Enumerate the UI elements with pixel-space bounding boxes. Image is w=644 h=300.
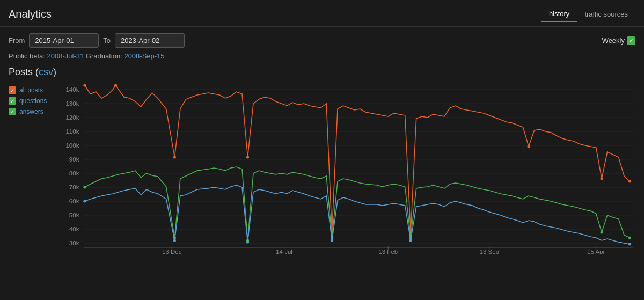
svg-text:80k: 80k	[69, 170, 79, 177]
svg-point-39	[601, 231, 603, 234]
chart-legend: ✓ all posts ✓ questions ✓ answers	[9, 82, 62, 255]
graduation-date-link[interactable]: 2008-Sep-15	[124, 52, 164, 60]
svg-point-33	[628, 180, 631, 183]
svg-point-31	[527, 145, 530, 148]
controls-row: From To Weekly ✓	[0, 27, 644, 52]
questions-dots	[83, 186, 631, 242]
chart-svg: 140k 130k 120k 110k 100k 90k 80k 70k 60k…	[62, 82, 635, 254]
beta-date-link[interactable]: 2008-Jul-31	[47, 52, 84, 60]
legend-item-answers[interactable]: ✓ answers	[9, 108, 62, 115]
posts-title: Posts	[9, 67, 33, 77]
svg-text:110k: 110k	[65, 128, 79, 135]
svg-point-34	[83, 186, 86, 189]
svg-text:30k: 30k	[69, 240, 79, 246]
legend-label-answers: answers	[19, 108, 43, 115]
svg-point-44	[331, 239, 333, 242]
legend-check-answers: ✓	[9, 108, 16, 115]
tabs-container: history traffic sources	[541, 6, 635, 22]
svg-point-43	[246, 241, 249, 244]
legend-label-all-posts: all posts	[19, 86, 43, 94]
svg-point-28	[246, 156, 249, 159]
posts-header: Posts (csv)	[0, 64, 644, 82]
svg-point-40	[628, 237, 631, 239]
svg-text:90k: 90k	[69, 156, 79, 163]
all-posts-line	[85, 85, 630, 232]
svg-point-41	[83, 200, 86, 203]
svg-point-42	[173, 239, 176, 242]
to-date-input[interactable]	[115, 33, 185, 48]
csv-link[interactable]: csv	[39, 67, 53, 77]
top-bar: Analytics history traffic sources	[0, 0, 644, 27]
weekly-checkmark: ✓	[627, 36, 635, 45]
beta-row: Public beta: 2008-Jul-31 Graduation: 200…	[0, 52, 644, 64]
from-label: From	[9, 36, 25, 45]
svg-text:50k: 50k	[69, 212, 79, 218]
answers-line	[85, 185, 630, 244]
tab-history[interactable]: history	[541, 6, 577, 22]
weekly-toggle[interactable]: Weekly ✓	[602, 36, 635, 45]
legend-item-questions[interactable]: ✓ questions	[9, 97, 62, 105]
chart-area: ✓ all posts ✓ questions ✓ answers 140k 1…	[0, 82, 644, 255]
to-label: To	[103, 36, 111, 45]
from-date-input[interactable]	[29, 33, 99, 48]
svg-text:130k: 130k	[65, 100, 79, 107]
weekly-label-text: Weekly	[602, 36, 625, 45]
svg-text:140k: 140k	[65, 86, 79, 93]
svg-text:60k: 60k	[69, 198, 79, 204]
svg-text:100k: 100k	[65, 142, 79, 149]
legend-check-all-posts: ✓	[9, 86, 16, 94]
svg-point-46	[628, 243, 631, 246]
svg-point-27	[173, 156, 176, 159]
svg-point-32	[601, 178, 603, 180]
svg-point-45	[409, 239, 412, 242]
beta-label: Public beta:	[9, 52, 45, 60]
legend-check-questions: ✓	[9, 97, 16, 105]
legend-item-all-posts[interactable]: ✓ all posts	[9, 86, 62, 94]
svg-text:70k: 70k	[69, 184, 79, 191]
svg-text:40k: 40k	[69, 226, 79, 232]
legend-label-questions: questions	[19, 97, 47, 105]
answers-dots	[83, 200, 631, 246]
svg-point-26	[114, 84, 117, 87]
chart-container: 140k 130k 120k 110k 100k 90k 80k 70k 60k…	[62, 82, 635, 255]
svg-text:120k: 120k	[65, 114, 79, 121]
all-posts-dots	[83, 84, 631, 234]
questions-line	[85, 167, 630, 240]
tab-traffic-sources[interactable]: traffic sources	[577, 7, 635, 21]
graduation-label: Graduation:	[86, 52, 122, 60]
app-title: Analytics	[9, 8, 52, 20]
svg-point-25	[83, 84, 86, 87]
